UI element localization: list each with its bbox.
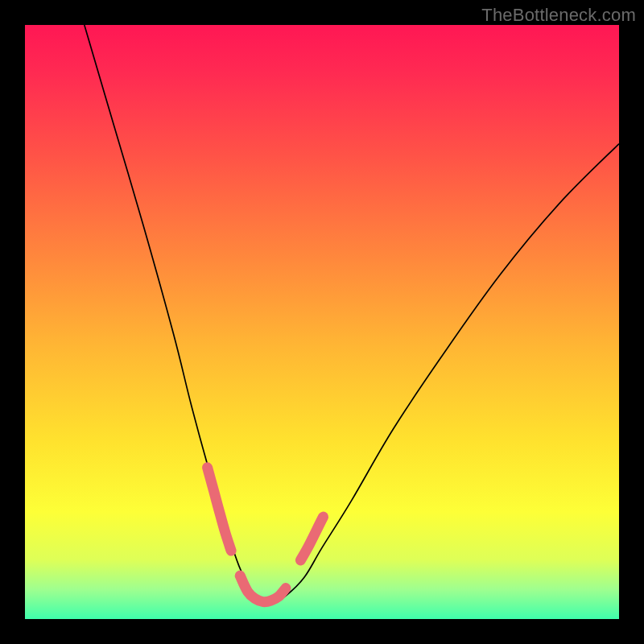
watermark-text: TheBottleneck.com <box>481 5 636 26</box>
accent-left-descent <box>208 468 232 551</box>
chart-plot-area <box>25 25 619 619</box>
accent-highlight-group <box>208 468 324 602</box>
accent-valley-floor <box>240 576 286 602</box>
accent-right-ascent <box>300 517 323 560</box>
bottleneck-curve <box>85 25 619 602</box>
chart-svg <box>25 25 619 619</box>
